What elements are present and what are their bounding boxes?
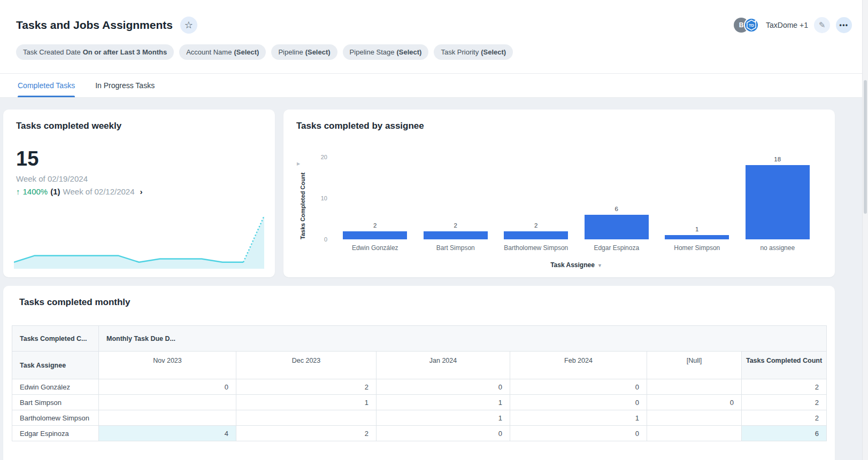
avatar-taxdome[interactable]: TD bbox=[744, 18, 759, 33]
chevron-right-icon[interactable]: › bbox=[140, 187, 143, 196]
edit-button[interactable]: ✎ bbox=[814, 17, 830, 33]
value-cell[interactable] bbox=[647, 426, 742, 441]
value-cell[interactable]: 0 bbox=[510, 426, 647, 441]
value-cell[interactable]: 2 bbox=[742, 395, 827, 410]
table-header-row: Tasks Completed C...Monthly Task Due D..… bbox=[12, 326, 827, 352]
x-axis-title[interactable]: Task Assignee▼ bbox=[335, 261, 818, 269]
bar[interactable]: 2 bbox=[504, 231, 568, 239]
value-cell[interactable] bbox=[647, 379, 742, 395]
svg-text:TD: TD bbox=[749, 23, 755, 28]
value-cell[interactable]: 1 bbox=[510, 410, 647, 426]
monthly-table-card: Tasks completed monthly Tasks Completed … bbox=[3, 286, 835, 460]
axis-expand-icon[interactable]: ▶ bbox=[297, 161, 300, 166]
tab-in-progress-tasks[interactable]: In Progress Tasks bbox=[95, 74, 155, 97]
scrollbar-thumb[interactable] bbox=[864, 80, 867, 214]
value-cell[interactable]: 0 bbox=[647, 395, 742, 410]
value-cell[interactable]: 2 bbox=[236, 426, 377, 441]
filter-chip[interactable]: Task Priority(Select) bbox=[434, 44, 513, 60]
bar[interactable]: 18 bbox=[746, 165, 810, 239]
bar[interactable]: 1 bbox=[665, 235, 729, 239]
sparkline-chart bbox=[14, 206, 264, 269]
bar-group[interactable]: 18 bbox=[738, 157, 818, 239]
bar-value-label: 1 bbox=[665, 226, 729, 232]
scrollbar-track[interactable] bbox=[862, 0, 868, 460]
bar-value-label: 18 bbox=[746, 156, 810, 162]
value-cell[interactable] bbox=[647, 410, 742, 426]
avatar-group: B TD bbox=[734, 18, 759, 33]
filter-label: Task Created Date bbox=[23, 48, 81, 56]
bar[interactable]: 2 bbox=[343, 231, 407, 239]
filter-value: (Select) bbox=[481, 48, 506, 56]
value-cell[interactable]: 0 bbox=[99, 379, 236, 395]
pencil-icon: ✎ bbox=[819, 20, 826, 30]
monthly-card-title: Tasks completed monthly bbox=[19, 297, 826, 308]
star-icon: ☆ bbox=[185, 19, 193, 31]
value-cell[interactable]: 1 bbox=[377, 410, 510, 426]
y-tick-label: 10 bbox=[321, 195, 327, 201]
y-axis-title: Tasks Completed Count bbox=[299, 157, 306, 239]
value-cell[interactable]: 4 bbox=[99, 426, 236, 441]
weekly-card-title: Tasks completed weekly bbox=[16, 121, 262, 131]
bar-group[interactable]: 2 bbox=[335, 157, 416, 239]
value-cell[interactable] bbox=[99, 395, 236, 410]
weekly-sparkline[interactable] bbox=[14, 206, 264, 269]
value-cell[interactable]: 2 bbox=[236, 379, 377, 395]
tab-bar: Completed TasksIn Progress Tasks bbox=[0, 73, 868, 98]
bar[interactable]: 6 bbox=[585, 215, 649, 239]
table-row: Edgar Espinoza42006 bbox=[12, 426, 827, 441]
value-cell[interactable]: 0 bbox=[510, 379, 647, 395]
assignee-cell: Bart Simpson bbox=[12, 395, 99, 410]
column-header: Nov 2023 bbox=[99, 352, 236, 379]
column-group-header: Monthly Task Due D... bbox=[99, 326, 827, 352]
bar-value-label: 2 bbox=[504, 222, 568, 229]
value-cell[interactable]: 0 bbox=[377, 426, 510, 441]
bar-category-label: no assignee bbox=[738, 244, 818, 252]
assignee-cell: Bartholomew Simpson bbox=[12, 410, 99, 426]
assignee-cell: Edwin González bbox=[12, 379, 99, 395]
filter-label: Task Priority bbox=[441, 48, 479, 56]
filter-chip[interactable]: Pipeline(Select) bbox=[271, 44, 337, 60]
taxdome-hexagon-icon: TD bbox=[745, 19, 758, 32]
bar-value-label: 2 bbox=[424, 222, 488, 229]
value-cell[interactable]: 0 bbox=[510, 395, 647, 410]
favorite-button[interactable]: ☆ bbox=[180, 17, 197, 34]
table-row: Bartholomew Simpson112 bbox=[12, 410, 827, 426]
bar-category-label: Homer Simpson bbox=[657, 244, 738, 252]
owners-label: TaxDome +1 bbox=[766, 21, 808, 29]
value-cell[interactable]: 2 bbox=[742, 379, 827, 395]
x-axis-title-label: Task Assignee bbox=[550, 261, 595, 269]
bar-group[interactable]: 2 bbox=[416, 157, 496, 239]
filter-chip[interactable]: Task Created DateOn or after Last 3 Mont… bbox=[16, 44, 174, 60]
value-cell[interactable]: 1 bbox=[236, 395, 377, 410]
bar[interactable]: 2 bbox=[424, 231, 488, 239]
value-cell[interactable]: 2 bbox=[742, 410, 827, 426]
bar-value-label: 6 bbox=[585, 206, 649, 212]
filter-chip[interactable]: Pipeline Stage(Select) bbox=[343, 44, 429, 60]
more-options-button[interactable]: ••• bbox=[836, 17, 852, 33]
tab-completed-tasks[interactable]: Completed Tasks bbox=[18, 74, 75, 97]
y-tick-label: 20 bbox=[321, 154, 327, 160]
measure-group-header: Tasks Completed C... bbox=[12, 326, 99, 352]
value-cell[interactable]: 0 bbox=[377, 379, 510, 395]
value-cell[interactable] bbox=[236, 410, 377, 426]
table-row: Edwin González02002 bbox=[12, 379, 827, 395]
trend-up-icon: ↑ bbox=[16, 187, 20, 196]
bar-group[interactable]: 2 bbox=[496, 157, 577, 239]
y-axis-ticks: 01020 bbox=[311, 157, 331, 239]
bar-group[interactable]: 1 bbox=[657, 157, 738, 239]
value-cell[interactable] bbox=[99, 410, 236, 426]
assignee-card-title: Tasks completed by assignee bbox=[296, 121, 822, 131]
column-header: Dec 2023 bbox=[236, 352, 377, 379]
bar-category-label: Bartholomew Simpson bbox=[496, 244, 577, 252]
bar-group[interactable]: 6 bbox=[577, 157, 657, 239]
value-cell[interactable]: 1 bbox=[377, 395, 510, 410]
filter-chip[interactable]: Account Name(Select) bbox=[179, 44, 266, 60]
kpi-change-row: ↑ 1400% (1) Week of 02/12/2024 › bbox=[16, 187, 262, 196]
top-header: Tasks and Jobs Assignments ☆ B TD TaxDom… bbox=[0, 0, 868, 73]
value-cell[interactable]: 6 bbox=[742, 426, 827, 441]
dashboard-body: Tasks completed weekly 15 Week of 02/19/… bbox=[0, 98, 868, 460]
assignee-cell: Edgar Espinoza bbox=[12, 426, 99, 441]
filter-value: (Select) bbox=[396, 48, 421, 56]
column-header: Feb 2024 bbox=[510, 352, 647, 379]
assignee-bars-plot: 2226118 bbox=[335, 157, 818, 239]
